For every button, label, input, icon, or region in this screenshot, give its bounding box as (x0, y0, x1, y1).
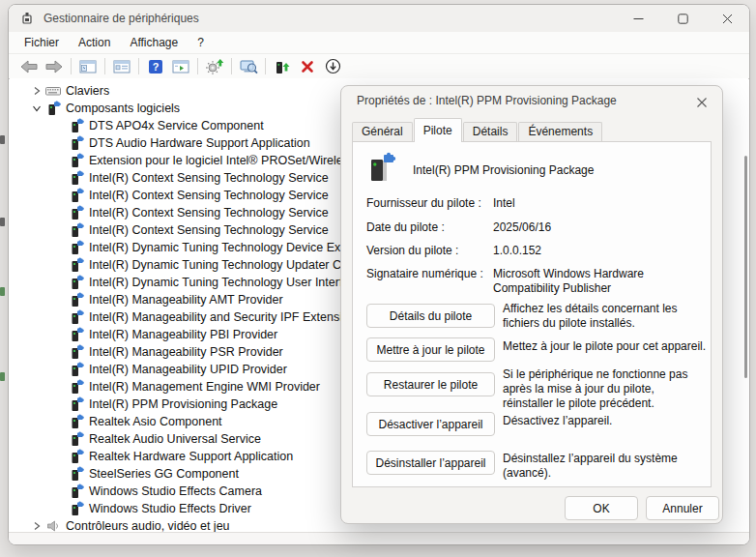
software-component-icon (68, 170, 85, 186)
toolbar-separator (71, 58, 72, 74)
action-button[interactable]: Désactiver l’appareil (366, 412, 495, 436)
chevron-spacer (52, 242, 68, 253)
chevron-spacer (52, 329, 68, 340)
uninstall-icon[interactable] (296, 56, 319, 76)
software-component-icon (68, 362, 85, 377)
tree-item-label: Intel(R) Manageability UPID Provider (89, 363, 287, 376)
software-component-icon (68, 188, 85, 203)
software-component-icon (68, 414, 85, 429)
tree-item-label: Intel(R) PPM Provisioning Package (89, 397, 277, 411)
menu-aide[interactable]: ? (188, 34, 214, 51)
chevron-spacer (52, 294, 68, 306)
action-button[interactable]: Mettre à jour le pilote (366, 337, 495, 362)
action-description: Désactivez l’appareil. (503, 414, 708, 428)
toolbar-separator (231, 58, 232, 74)
tree-item-label: Intel(R) Management Engine WMI Provider (89, 380, 320, 394)
title-bar[interactable]: Gestionnaire de périphériques (9, 5, 749, 32)
chevron-spacer (52, 277, 68, 288)
tree-item-label: Realtek Asio Component (89, 415, 222, 428)
device-header: Intel(R) PPM Provisioning Package (364, 152, 594, 189)
dialog-close-icon[interactable] (689, 91, 714, 114)
background-artifact (0, 135, 5, 144)
disable-device-icon[interactable] (321, 56, 344, 76)
chevron-spacer (52, 346, 68, 358)
svg-text:?: ? (153, 61, 160, 73)
chevron-right-icon[interactable] (29, 520, 44, 532)
field-value: Microsoft Windows Hardware Compatibility… (493, 267, 702, 296)
software-component-icon (68, 135, 85, 151)
tab-pilote[interactable]: Pilote (414, 118, 462, 142)
field-value: 2025/06/16 (493, 220, 702, 235)
chevron-spacer (52, 433, 68, 445)
software-component-icon (68, 379, 85, 395)
keyboard-icon (44, 83, 62, 99)
toolbar: ? (9, 54, 749, 79)
action-pane-icon[interactable] (169, 56, 192, 76)
chevron-spacer (52, 259, 68, 271)
chevron-right-icon[interactable] (29, 85, 44, 97)
console-tree-icon[interactable] (76, 56, 100, 76)
software-component-icon (68, 344, 85, 360)
tab-evenements[interactable]: Événements (518, 122, 602, 141)
scan-hardware-icon[interactable] (237, 56, 260, 76)
help-icon[interactable]: ? (144, 56, 167, 76)
tree-item-label: Intel(R) Manageability PSR Provider (89, 345, 283, 359)
action-description: Mettez à jour le pilote pour cet apparei… (503, 339, 708, 354)
menu-affichage[interactable]: Affichage (120, 34, 188, 51)
tree-item-label: Extension pour le logiciel Intel® PROSet… (89, 154, 355, 167)
software-component-icon (68, 257, 85, 273)
tree-item-label: Intel(R) Dynamic Tuning Technology Updat… (89, 258, 352, 272)
chevron-spacer (52, 311, 68, 323)
forward-icon[interactable] (43, 56, 66, 76)
toolbar-separator (197, 58, 198, 74)
tree-item-label: Contrôleurs audio, vidéo et jeu (66, 519, 230, 533)
action-button[interactable]: Désinstaller l’appareil (366, 451, 495, 475)
update-driver-icon[interactable] (271, 56, 294, 76)
add-drivers-icon[interactable] (203, 56, 226, 76)
field-label: Version du pilote : (366, 244, 492, 257)
menu-bar: Fichier Action Affichage ? (9, 32, 749, 54)
action-button[interactable]: Détails du pilote (366, 304, 495, 328)
tree-scrollbar[interactable] (744, 156, 747, 378)
properties-dialog: Propriétés de : Intel(R) PPM Provisionin… (340, 85, 723, 524)
tree-item-label: SteelSeries GG Component (89, 467, 239, 481)
minimize-icon[interactable] (616, 5, 660, 32)
chevron-spacer (52, 381, 68, 393)
close-icon[interactable] (705, 5, 749, 32)
action-button[interactable]: Restaurer le pilote (366, 372, 495, 396)
software-component-icon (68, 309, 85, 325)
software-component-icon (68, 275, 85, 290)
software-component-icon (44, 101, 62, 116)
tab-details[interactable]: Détails (463, 122, 518, 141)
cancel-button[interactable]: Annuler (646, 496, 719, 520)
software-component-icon (68, 153, 85, 168)
tree-item-label: Intel(R) Context Sensing Technology Serv… (89, 223, 329, 237)
tree-item-label: Windows Studio Effects Camera (89, 484, 262, 498)
tab-general[interactable]: Général (352, 122, 413, 141)
tree-item-label: Intel(R) Dynamic Tuning Technology User … (89, 276, 356, 289)
tree-item-label: Intel(R) Context Sensing Technology Serv… (89, 206, 329, 220)
chevron-spacer (52, 416, 68, 427)
properties-icon[interactable] (110, 56, 133, 76)
maximize-icon[interactable] (660, 5, 705, 32)
toolbar-separator (265, 58, 266, 74)
chevron-spacer (52, 155, 68, 166)
tree-item-label: Realtek Hardware Support Application (89, 450, 293, 463)
chevron-spacer (52, 364, 68, 375)
tree-item-label: Windows Studio Effects Driver (89, 502, 251, 515)
field-label: Fournisseur du pilote : (366, 196, 492, 210)
ok-button[interactable]: OK (565, 496, 638, 520)
back-icon[interactable] (17, 56, 41, 76)
screen: Gestionnaire de périphériques Fichier Ac… (0, 0, 756, 557)
background-artifact (0, 372, 5, 381)
tree-item-label: Realtek Audio Universal Service (89, 432, 261, 446)
speaker-icon (44, 518, 62, 533)
dialog-tabs: GénéralPiloteDétailsÉvénements (352, 119, 603, 142)
chevron-down-icon[interactable] (29, 103, 44, 114)
tree-item-label: Intel(R) Dynamic Tuning Technology Devic… (89, 241, 358, 254)
device-name: Intel(R) PPM Provisioning Package (413, 163, 594, 177)
status-bar (9, 532, 749, 544)
menu-fichier[interactable]: Fichier (15, 34, 69, 51)
menu-action[interactable]: Action (69, 34, 120, 51)
software-component-icon (68, 205, 85, 220)
